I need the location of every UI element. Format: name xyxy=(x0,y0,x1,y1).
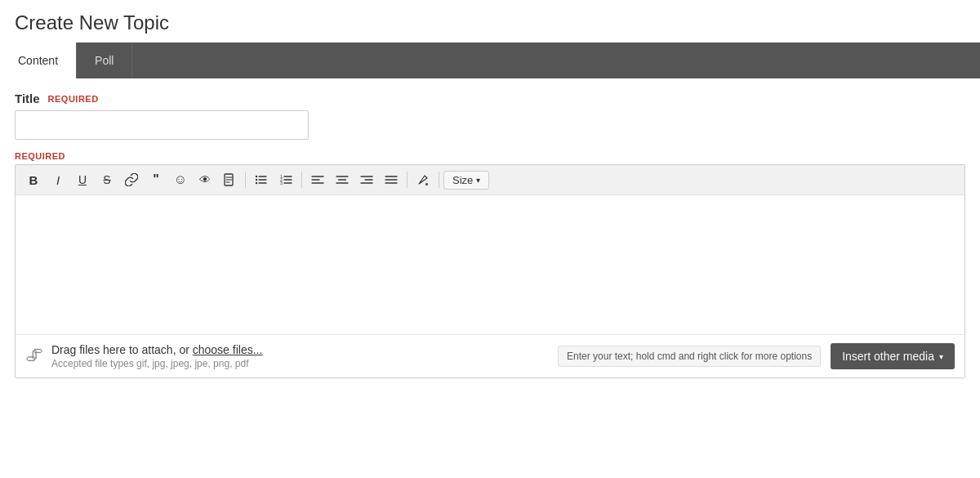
editor-body[interactable] xyxy=(16,195,964,334)
title-section: Title REQUIRED xyxy=(15,92,965,140)
size-dropdown-button[interactable]: Size ▾ xyxy=(443,171,489,190)
svg-rect-7 xyxy=(425,183,428,185)
insert-media-button[interactable]: Insert other media ▾ xyxy=(831,343,955,369)
svg-text:3.: 3. xyxy=(280,181,283,185)
svg-point-2 xyxy=(256,179,257,181)
quote-icon: " xyxy=(153,172,159,187)
toolbar-separator-4 xyxy=(439,172,439,188)
italic-button[interactable]: I xyxy=(47,168,69,191)
editor-wrapper: B I U S " xyxy=(15,164,965,378)
page-wrapper: Create New Topic Content Poll Title REQU… xyxy=(0,0,980,478)
paint-button[interactable] xyxy=(412,168,434,191)
ordered-list-icon: 1. 2. 3. xyxy=(279,174,292,185)
doc-button[interactable] xyxy=(218,168,241,191)
toolbar-separator-3 xyxy=(407,172,408,188)
link-button[interactable] xyxy=(120,168,143,191)
attach-hint: Accepted file types gif, jpg, jpeg, jpe,… xyxy=(51,358,262,369)
bullet-list-icon xyxy=(255,174,268,185)
align-right-button[interactable] xyxy=(355,168,378,191)
footer-right: Enter your text; hold cmd and right clic… xyxy=(558,343,955,369)
strikethrough-button[interactable]: S xyxy=(96,168,118,191)
doc-icon xyxy=(224,173,235,186)
toolbar-separator-2 xyxy=(301,172,302,188)
editor-footer: 🖇 Drag files here to attach, or choose f… xyxy=(16,334,964,377)
ordered-list-button[interactable]: 1. 2. 3. xyxy=(274,168,297,191)
align-left-button[interactable] xyxy=(306,168,329,191)
align-center-button[interactable] xyxy=(331,168,354,191)
justify-button[interactable] xyxy=(380,168,403,191)
size-label: Size xyxy=(452,174,473,186)
tabs-bar: Content Poll xyxy=(0,42,980,78)
quote-button[interactable]: " xyxy=(145,168,167,191)
emoji-icon: ☺ xyxy=(174,172,187,187)
bullet-list-button[interactable] xyxy=(250,168,273,191)
spoiler-button[interactable]: 👁 xyxy=(194,168,216,191)
editor-tooltip: Enter your text; hold cmd and right clic… xyxy=(558,346,821,367)
align-left-icon xyxy=(311,174,324,185)
link-icon xyxy=(125,173,138,186)
svg-point-3 xyxy=(256,182,257,184)
insert-media-dropdown-arrow: ▾ xyxy=(939,352,943,361)
align-center-icon xyxy=(336,174,349,185)
body-required-badge: REQUIRED xyxy=(15,151,965,161)
page-title: Create New Topic xyxy=(0,0,980,42)
paperclip-icon: 🖇 xyxy=(25,345,43,366)
svg-point-1 xyxy=(256,176,257,177)
tab-content[interactable]: Content xyxy=(0,42,77,78)
choose-files-link[interactable]: choose files... xyxy=(193,343,263,356)
eye-icon: 👁 xyxy=(199,173,211,186)
size-dropdown-arrow: ▾ xyxy=(476,176,480,185)
bold-button[interactable]: B xyxy=(22,168,45,191)
paint-icon xyxy=(416,173,430,186)
tab-poll[interactable]: Poll xyxy=(77,42,132,78)
toolbar-separator-1 xyxy=(245,172,246,188)
editor-toolbar: B I U S " xyxy=(16,165,964,195)
content-area: Title REQUIRED REQUIRED B I U S xyxy=(0,78,980,378)
title-label-row: Title REQUIRED xyxy=(15,92,965,105)
justify-icon xyxy=(385,174,398,185)
title-label: Title xyxy=(15,92,40,105)
title-input[interactable] xyxy=(15,110,309,140)
attach-text-block: Drag files here to attach, or choose fil… xyxy=(51,343,262,369)
emoji-button[interactable]: ☺ xyxy=(169,168,192,191)
attach-drag-text: Drag files here to attach, or choose fil… xyxy=(51,343,262,356)
underline-button[interactable]: U xyxy=(71,168,94,191)
align-right-icon xyxy=(360,174,373,185)
title-required-badge: REQUIRED xyxy=(48,94,99,104)
attach-area: 🖇 Drag files here to attach, or choose f… xyxy=(25,343,262,369)
